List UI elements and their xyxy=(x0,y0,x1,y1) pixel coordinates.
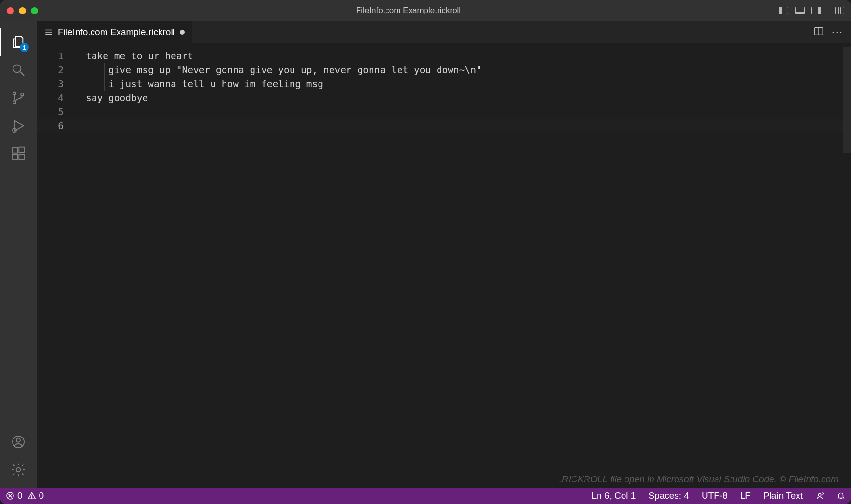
editor-actions: ··· xyxy=(806,21,851,43)
minimap[interactable] xyxy=(843,43,851,488)
bell-icon xyxy=(837,491,845,500)
search-icon xyxy=(11,62,26,78)
svg-point-3 xyxy=(13,101,16,104)
close-window-button[interactable] xyxy=(7,7,14,14)
svg-point-11 xyxy=(16,438,20,442)
svg-point-22 xyxy=(31,498,32,498)
more-actions-icon[interactable]: ··· xyxy=(832,26,843,39)
svg-rect-9 xyxy=(19,147,24,153)
error-count: 0 xyxy=(17,491,23,501)
split-editor-icon[interactable] xyxy=(813,26,824,39)
indent-guide xyxy=(104,63,105,91)
status-warnings[interactable]: 0 xyxy=(27,491,44,501)
svg-line-1 xyxy=(20,72,24,76)
explorer-badge: 1 xyxy=(20,43,29,52)
activity-search[interactable] xyxy=(0,56,37,84)
customize-layout-icon[interactable] xyxy=(835,7,844,14)
editor[interactable]: 1 2 3 4 5 6 take me to ur heart give msg… xyxy=(37,43,851,488)
status-errors[interactable]: 0 xyxy=(6,491,23,501)
svg-point-4 xyxy=(21,93,24,96)
code-line: give msg up "Never gonna give you up, ne… xyxy=(86,63,851,77)
toggle-secondary-sidebar-icon[interactable] xyxy=(811,7,821,14)
line-number: 2 xyxy=(37,63,64,77)
status-notifications[interactable] xyxy=(837,491,845,500)
code-content[interactable]: take me to ur heart give msg up "Never g… xyxy=(75,43,851,488)
watermark-caption: .RICKROLL file open in Microsoft Visual … xyxy=(559,474,838,485)
svg-point-23 xyxy=(818,494,821,497)
svg-point-0 xyxy=(13,65,21,72)
activity-bar: 1 xyxy=(0,21,37,488)
modified-indicator-icon xyxy=(180,30,185,35)
editor-area: FileInfo.com Example.rickroll ··· 1 2 3 … xyxy=(37,21,851,488)
line-number: 3 xyxy=(37,77,64,91)
debug-icon xyxy=(11,118,26,133)
tab-active[interactable]: FileInfo.com Example.rickroll xyxy=(37,21,193,43)
activity-settings[interactable] xyxy=(0,456,37,484)
line-number: 1 xyxy=(37,49,64,63)
separator xyxy=(828,6,828,15)
titlebar: FileInfo.com Example.rickroll xyxy=(0,0,851,21)
toggle-primary-sidebar-icon[interactable] xyxy=(779,7,788,14)
toggle-panel-icon[interactable] xyxy=(795,7,805,14)
warning-icon xyxy=(27,491,36,500)
svg-rect-7 xyxy=(13,154,18,159)
line-number-gutter: 1 2 3 4 5 6 xyxy=(37,43,75,488)
activity-extensions[interactable] xyxy=(0,140,37,168)
status-bar: 0 0 Ln 6, Col 1 Spaces: 4 UTF-8 LF Plain… xyxy=(0,488,851,504)
code-line xyxy=(86,105,851,119)
gear-icon xyxy=(11,462,26,477)
svg-rect-8 xyxy=(19,154,24,159)
code-line: say goodbye xyxy=(86,91,851,105)
activity-explorer[interactable]: 1 xyxy=(0,28,37,56)
status-eol[interactable]: LF xyxy=(740,491,751,501)
minimize-window-button[interactable] xyxy=(19,7,26,14)
status-cursor-position[interactable]: Ln 6, Col 1 xyxy=(592,491,636,501)
line-number: 5 xyxy=(37,105,64,119)
extensions-icon xyxy=(11,146,26,161)
status-encoding[interactable]: UTF-8 xyxy=(702,491,728,501)
error-icon xyxy=(6,491,14,500)
maximize-window-button[interactable] xyxy=(31,7,38,14)
window-controls xyxy=(7,7,38,14)
tab-bar: FileInfo.com Example.rickroll ··· xyxy=(37,21,851,43)
svg-point-12 xyxy=(16,468,21,472)
lines-icon xyxy=(44,28,53,37)
tab-label: FileInfo.com Example.rickroll xyxy=(58,27,175,38)
svg-rect-6 xyxy=(13,148,18,153)
minimap-viewport[interactable] xyxy=(843,47,851,153)
feedback-icon xyxy=(815,491,824,500)
code-line: i just wanna tell u how im feeling msg xyxy=(86,77,851,91)
status-feedback[interactable] xyxy=(815,491,824,500)
titlebar-layout-controls xyxy=(779,6,844,15)
svg-point-2 xyxy=(13,92,16,95)
branch-icon xyxy=(11,90,26,106)
window-title: FileInfo.com Example.rickroll xyxy=(38,6,779,15)
activity-run-debug[interactable] xyxy=(0,112,37,140)
activity-source-control[interactable] xyxy=(0,84,37,112)
status-indentation[interactable]: Spaces: 4 xyxy=(648,491,689,501)
activity-accounts[interactable] xyxy=(0,428,37,456)
code-line xyxy=(86,119,851,133)
account-icon xyxy=(11,434,26,450)
warning-count: 0 xyxy=(39,491,44,501)
line-number: 4 xyxy=(37,91,64,105)
code-line: take me to ur heart xyxy=(86,49,851,63)
status-language-mode[interactable]: Plain Text xyxy=(763,491,803,501)
